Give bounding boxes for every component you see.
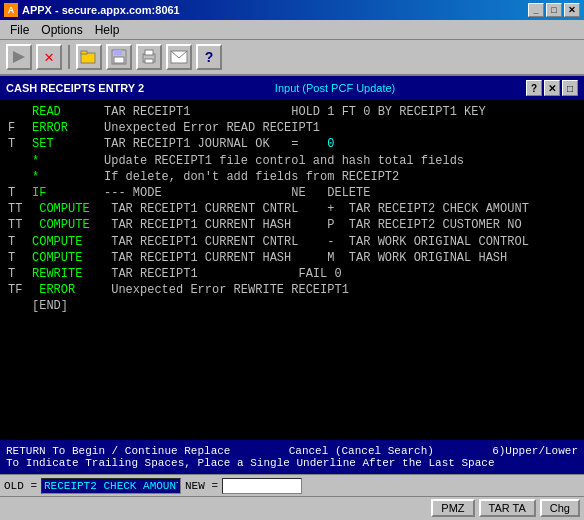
code-line-t-set: T SET TAR RECEIPT1 JOURNAL OK = 0: [8, 136, 576, 152]
chg-button[interactable]: Chg: [540, 499, 580, 517]
new-value-input[interactable]: [222, 478, 302, 494]
menu-options[interactable]: Options: [35, 22, 88, 38]
mail-button[interactable]: [166, 44, 192, 70]
svg-rect-8: [145, 59, 153, 63]
arrow-button[interactable]: [6, 44, 32, 70]
toolbar: ✕ ?: [0, 40, 584, 76]
menu-bar: File Options Help: [0, 20, 584, 40]
code-line-tf-error: TF ERROR Unexpected Error REWRITE RECEIP…: [8, 282, 576, 298]
help-button[interactable]: ?: [196, 44, 222, 70]
code-line-comment-update: * Update RECEIPT1 file control and hash …: [8, 153, 576, 169]
maximize-button[interactable]: □: [546, 3, 562, 17]
open-button[interactable]: [76, 44, 102, 70]
close-button[interactable]: ✕: [564, 3, 580, 17]
status-line-2: To Indicate Trailing Spaces, Place a Sin…: [6, 457, 578, 469]
app-header-buttons: ? ✕ □: [526, 80, 578, 96]
code-line-end: [END]: [8, 298, 576, 314]
svg-rect-4: [114, 50, 122, 55]
bottom-input-bar: OLD = NEW =: [0, 474, 584, 496]
help-app-button[interactable]: ?: [526, 80, 542, 96]
status-trailing: To Indicate Trailing Spaces, Place a Sin…: [6, 457, 494, 469]
status-line-1: RETURN To Begin / Continue Replace Cance…: [6, 445, 578, 457]
save-button[interactable]: [106, 44, 132, 70]
status-cancel: Cancel (Cancel Search): [289, 445, 434, 457]
code-line-t-rewrite: T REWRITE TAR RECEIPT1 FAIL 0: [8, 266, 576, 282]
title-bar-buttons: _ □ ✕: [528, 3, 580, 17]
svg-rect-5: [114, 57, 124, 63]
app-subtitle: Input (Post PCF Update): [275, 82, 395, 94]
code-line-tt-compute-1: TT COMPUTE TAR RECEIPT1 CURRENT CNTRL + …: [8, 201, 576, 217]
menu-file[interactable]: File: [4, 22, 35, 38]
status-area: RETURN To Begin / Continue Replace Cance…: [0, 440, 584, 474]
status-upper-lower: 6)Upper/Lower: [492, 445, 578, 457]
code-line-t-compute-4: T COMPUTE TAR RECEIPT1 CURRENT HASH M TA…: [8, 250, 576, 266]
app-title: CASH RECEIPTS ENTRY 2: [6, 82, 144, 94]
code-line-f-error: F ERROR Unexpected Error READ RECEIPT1: [8, 120, 576, 136]
tar-ta-button[interactable]: TAR TA: [479, 499, 536, 517]
status-return: RETURN To Begin / Continue Replace: [6, 445, 230, 457]
old-value-input[interactable]: [41, 478, 181, 494]
code-line-comment-delete: * If delete, don't add fields from RECEI…: [8, 169, 576, 185]
menu-help[interactable]: Help: [89, 22, 126, 38]
new-label: NEW =: [185, 480, 218, 492]
toolbar-separator-1: [68, 45, 70, 69]
code-line-t-compute-3: T COMPUTE TAR RECEIPT1 CURRENT CNTRL - T…: [8, 234, 576, 250]
code-line-tt-compute-2: TT COMPUTE TAR RECEIPT1 CURRENT HASH P T…: [8, 217, 576, 233]
code-display: READ TAR RECEIPT1 HOLD 1 FT 0 BY RECEIPT…: [0, 100, 584, 440]
close-app-button[interactable]: ✕: [544, 80, 560, 96]
window-title: APPX - secure.appx.com:8061: [22, 4, 180, 16]
app-icon: A: [4, 3, 18, 17]
footer-bar: PMZ TAR TA Chg: [0, 496, 584, 518]
title-bar: A APPX - secure.appx.com:8061 _ □ ✕: [0, 0, 584, 20]
svg-rect-2: [81, 51, 87, 54]
code-line-read: READ TAR RECEIPT1 HOLD 1 FT 0 BY RECEIPT…: [8, 104, 576, 120]
print-button[interactable]: [136, 44, 162, 70]
app-header: CASH RECEIPTS ENTRY 2 Input (Post PCF Up…: [0, 76, 584, 100]
code-line-t-if: T IF --- MODE NE DELETE: [8, 185, 576, 201]
old-label: OLD =: [4, 480, 37, 492]
svg-rect-7: [145, 50, 153, 55]
pmz-button[interactable]: PMZ: [431, 499, 474, 517]
svg-marker-0: [13, 51, 25, 63]
stop-button[interactable]: ✕: [36, 44, 62, 70]
minimize-button[interactable]: _: [528, 3, 544, 17]
maximize-app-button[interactable]: □: [562, 80, 578, 96]
